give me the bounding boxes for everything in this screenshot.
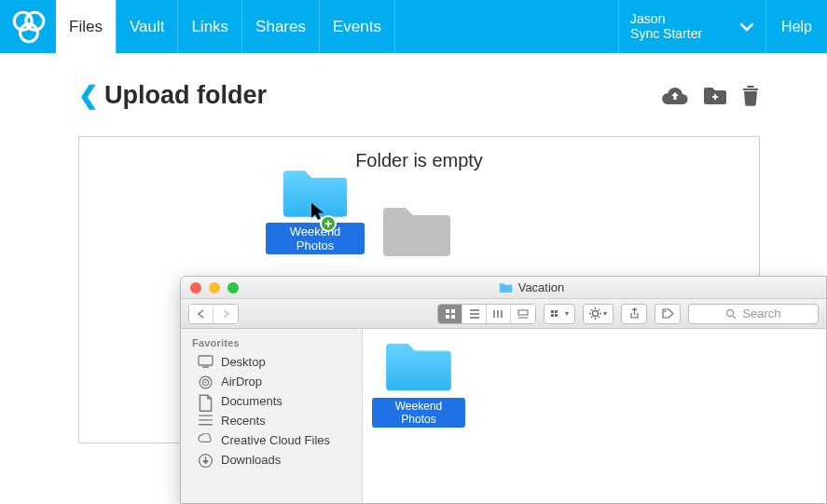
sync-logo	[9, 7, 48, 47]
minimize-traffic-light[interactable]	[209, 282, 220, 293]
svg-rect-6	[451, 315, 455, 319]
folder-icon	[382, 338, 455, 394]
recents-icon	[198, 414, 214, 428]
svg-point-14	[727, 309, 734, 316]
file-label: Weekend Photos	[372, 398, 465, 428]
new-folder-icon[interactable]	[702, 86, 728, 106]
empty-message: Folder is empty	[355, 150, 483, 171]
help-link[interactable]: Help	[766, 19, 827, 35]
svg-rect-7	[518, 310, 528, 315]
svg-rect-8	[551, 310, 554, 313]
svg-rect-9	[555, 310, 558, 313]
sidebar-item-recents[interactable]: Recents	[181, 411, 362, 430]
nav-events[interactable]: Events	[319, 0, 395, 53]
sidebar-item-documents[interactable]: Documents	[181, 391, 362, 411]
svg-point-18	[204, 381, 206, 383]
nav-links[interactable]: Links	[177, 0, 241, 53]
sidebar-item-creative-cloud[interactable]: Creative Cloud Files	[181, 430, 362, 450]
svg-rect-5	[446, 315, 449, 319]
sidebar-item-desktop[interactable]: Desktop	[181, 352, 362, 372]
finder-window: Vacation ▾ ▾ Search Favorites Desktop	[180, 276, 827, 504]
finder-sidebar: Favorites Desktop AirDrop Documents Rece…	[181, 329, 363, 503]
zoom-traffic-light[interactable]	[227, 282, 239, 293]
page-header: ❮ Upload folder	[78, 81, 760, 110]
finder-titlebar[interactable]: Vacation	[181, 277, 826, 299]
gallery-view-button[interactable]	[511, 305, 535, 323]
finder-toolbar: ▾ ▾ Search	[181, 299, 826, 329]
main-nav: Files Vault Links Shares Events	[56, 0, 395, 53]
placeholder-folder-icon	[379, 202, 454, 260]
svg-rect-10	[551, 314, 554, 317]
svg-rect-4	[451, 309, 455, 313]
svg-point-13	[664, 310, 666, 312]
sidebar-item-airdrop[interactable]: AirDrop	[181, 372, 362, 391]
documents-icon	[198, 394, 214, 408]
back-button[interactable]	[189, 305, 214, 323]
nav-back-forward	[188, 304, 239, 324]
downloads-icon	[198, 453, 214, 467]
svg-rect-15	[199, 356, 213, 365]
search-icon	[725, 308, 737, 320]
nav-files[interactable]: Files	[56, 0, 116, 53]
nav-vault[interactable]: Vault	[116, 0, 178, 53]
nav-shares[interactable]: Shares	[241, 0, 319, 53]
svg-rect-3	[446, 309, 449, 313]
drag-label: Weekend Photos	[266, 223, 365, 254]
finder-title: Vacation	[246, 280, 817, 294]
drag-preview: Weekend Photos +	[266, 165, 365, 254]
svg-point-12	[593, 311, 599, 317]
user-menu[interactable]: Jason Sync Starter	[618, 0, 766, 53]
svg-rect-11	[555, 314, 558, 317]
view-mode-segment	[437, 304, 536, 324]
page-title: Upload folder	[104, 81, 267, 110]
arrange-button[interactable]: ▾	[544, 304, 575, 324]
user-name: Jason	[630, 12, 702, 26]
page-actions	[661, 85, 760, 107]
close-traffic-light[interactable]	[190, 282, 201, 293]
folder-icon	[499, 282, 513, 293]
action-menu-button[interactable]: ▾	[583, 304, 613, 324]
upload-cloud-icon[interactable]	[661, 86, 689, 106]
sidebar-item-downloads[interactable]: Downloads	[181, 450, 362, 470]
trash-icon[interactable]	[741, 85, 760, 107]
desktop-icon	[198, 355, 214, 369]
tags-button[interactable]	[655, 304, 681, 324]
list-view-button[interactable]	[462, 305, 487, 323]
icon-view-button[interactable]	[438, 305, 462, 323]
plus-badge-icon: +	[320, 215, 337, 232]
share-button[interactable]	[621, 304, 647, 324]
airdrop-icon	[198, 375, 214, 388]
sidebar-heading: Favorites	[181, 334, 362, 352]
finder-search[interactable]: Search	[688, 304, 819, 324]
top-nav: Files Vault Links Shares Events Jason Sy…	[0, 0, 827, 53]
finder-content[interactable]: Weekend Photos	[363, 329, 826, 503]
creative-cloud-icon	[198, 433, 214, 447]
back-button[interactable]: ❮	[78, 81, 99, 110]
chevron-down-icon	[739, 22, 754, 32]
forward-button[interactable]	[214, 305, 238, 323]
user-plan: Sync Starter	[630, 27, 702, 41]
column-view-button[interactable]	[487, 305, 511, 323]
file-item[interactable]: Weekend Photos	[372, 338, 465, 428]
